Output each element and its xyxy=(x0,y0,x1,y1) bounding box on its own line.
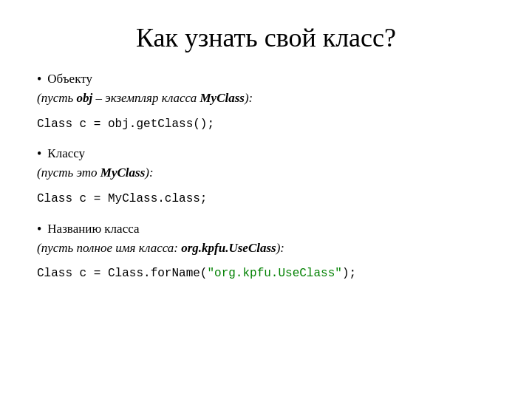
bullet-line-classname: • Названию класса xyxy=(37,219,495,239)
code-class: Class c = MyClass.class; xyxy=(37,190,495,209)
bullet-dot-1: • xyxy=(37,70,41,89)
desc-classname: (пусть полное имя класса: org.kpfu.UseCl… xyxy=(37,239,495,258)
bullet-line-object: • Объекту xyxy=(37,69,495,89)
section-object: • Объекту (пусть obj – экземпляр класса … xyxy=(37,69,495,134)
desc-object: (пусть obj – экземпляр класса MyClass): xyxy=(37,89,495,108)
bullet-text-class: Классу xyxy=(47,144,85,163)
code-object: Class c = obj.getClass(); xyxy=(37,115,495,134)
bullet-line-class: • Классу xyxy=(37,144,495,163)
code-classname: Class c = Class.forName("org.kpfu.UseCla… xyxy=(37,265,495,284)
slide-title: Как узнать свой класс? xyxy=(37,22,495,53)
desc-class: (пусть это MyClass): xyxy=(37,163,495,183)
code-string-green: "org.kpfu.UseClass" xyxy=(207,267,341,280)
bullet-dot-3: • xyxy=(37,220,41,239)
slide-content: • Объекту (пусть obj – экземпляр класса … xyxy=(37,69,495,284)
bullet-text-object: Объекту xyxy=(47,69,92,89)
section-class: • Классу (пусть это MyClass): Class c = … xyxy=(37,144,495,208)
slide: Как узнать свой класс? • Объекту (пусть … xyxy=(0,0,532,399)
bullet-text-classname: Названию класса xyxy=(47,219,139,239)
bullet-dot-2: • xyxy=(37,145,41,163)
section-classname: • Названию класса (пусть полное имя клас… xyxy=(37,219,495,284)
